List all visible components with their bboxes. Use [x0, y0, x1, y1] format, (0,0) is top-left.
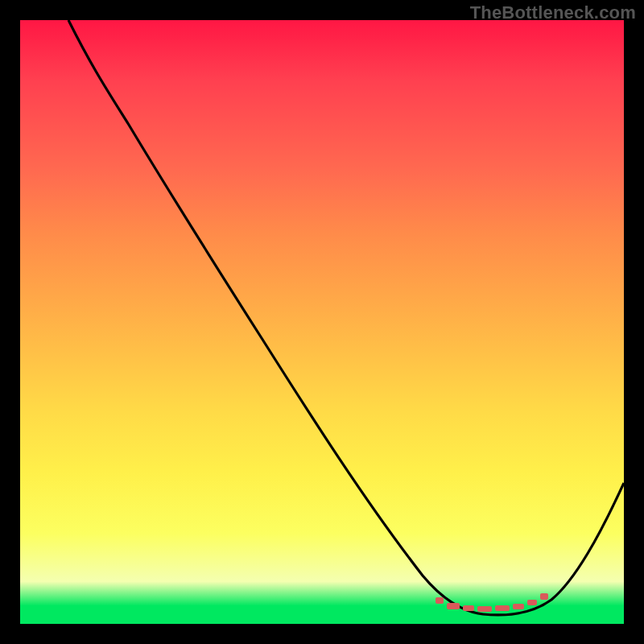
- chart-plot-area: [20, 20, 624, 624]
- optimal-marker-5: [495, 605, 510, 611]
- optimal-marker-8: [540, 593, 548, 600]
- optimal-marker-3: [463, 605, 474, 611]
- bottleneck-curve-path: [68, 20, 624, 615]
- optimal-marker-2: [447, 603, 460, 609]
- optimal-marker-6: [513, 604, 524, 609]
- bottleneck-curve-svg: [20, 20, 624, 624]
- optimal-marker-1: [436, 597, 444, 604]
- optimal-marker-7: [527, 600, 537, 605]
- optimal-marker-4: [477, 606, 492, 612]
